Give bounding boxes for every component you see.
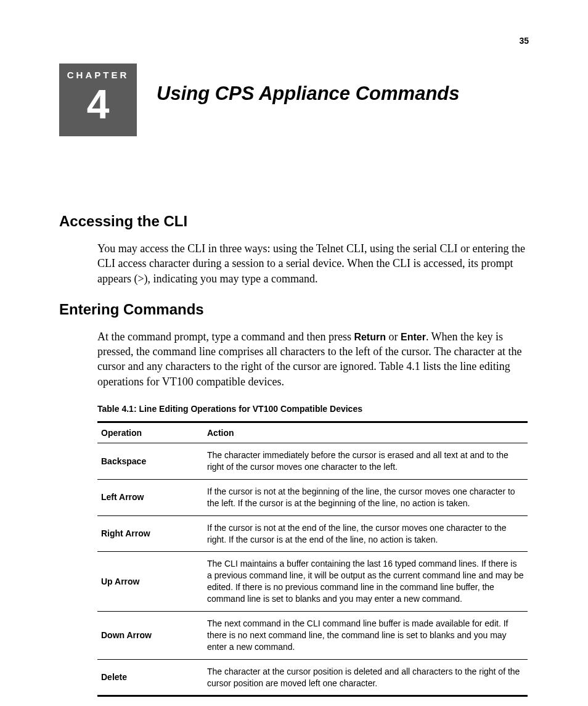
table-row: Up Arrow The CLI maintains a buffer cont… [97, 552, 528, 612]
operations-table: Operation Action Backspace The character… [97, 421, 528, 697]
table-row: Right Arrow If the cursor is not at the … [97, 515, 528, 552]
cell-operation: Right Arrow [97, 515, 203, 552]
cell-action: The CLI maintains a buffer containing th… [203, 552, 528, 612]
para-text: or [386, 330, 401, 343]
cell-action: If the cursor is not at the beginning of… [203, 479, 528, 515]
page: 35 CHAPTER 4 Using CPS Appliance Command… [0, 0, 588, 706]
cell-action: If the cursor is not at the end of the l… [203, 515, 528, 552]
cell-operation: Down Arrow [97, 611, 203, 659]
chapter-label: CHAPTER [59, 64, 137, 80]
para-entering-commands: At the command prompt, type a command an… [97, 329, 529, 389]
para-text: At the command prompt, type a command an… [97, 330, 354, 343]
table-row: Left Arrow If the cursor is not at the b… [97, 479, 528, 515]
cell-action: The next command in the CLI command line… [203, 611, 528, 659]
col-header-operation: Operation [97, 422, 203, 443]
para-accessing-cli: You may access the CLI in three ways: us… [97, 241, 529, 286]
cell-operation: Left Arrow [97, 479, 203, 515]
chapter-block: CHAPTER 4 [59, 64, 137, 136]
content-area: Accessing the CLI You may access the CLI… [59, 213, 529, 697]
cell-operation: Delete [97, 659, 203, 696]
heading-accessing-cli: Accessing the CLI [59, 213, 529, 230]
cell-action: The character immediately before the cur… [203, 443, 528, 480]
cell-action: The character at the cursor position is … [203, 659, 528, 696]
keyword-return: Return [354, 332, 386, 342]
page-number: 35 [519, 36, 529, 46]
table-caption: Table 4.1: Line Editing Operations for V… [97, 404, 529, 414]
keyword-enter: Enter [401, 332, 426, 342]
chapter-title: Using CPS Appliance Commands [157, 83, 460, 105]
table-row: Backspace The character immediately befo… [97, 443, 528, 480]
table-header-row: Operation Action [97, 422, 528, 443]
col-header-action: Action [203, 422, 528, 443]
heading-entering-commands: Entering Commands [59, 301, 529, 318]
table-row: Delete The character at the cursor posit… [97, 659, 528, 696]
cell-operation: Up Arrow [97, 552, 203, 612]
cell-operation: Backspace [97, 443, 203, 480]
table-row: Down Arrow The next command in the CLI c… [97, 611, 528, 659]
chapter-number: 4 [59, 84, 137, 125]
